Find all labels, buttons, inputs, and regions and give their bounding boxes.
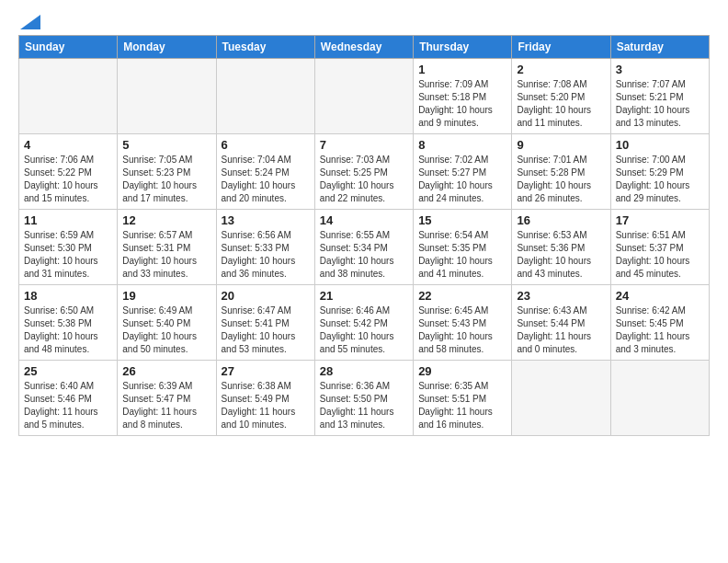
logo — [18, 15, 40, 29]
calendar-cell — [610, 361, 709, 436]
col-header-friday: Friday — [512, 36, 610, 59]
day-info: Sunrise: 6:56 AM Sunset: 5:33 PM Dayligh… — [222, 229, 310, 281]
day-info: Sunrise: 7:09 AM Sunset: 5:18 PM Dayligh… — [418, 78, 506, 130]
day-info: Sunrise: 6:51 AM Sunset: 5:37 PM Dayligh… — [616, 229, 704, 281]
calendar-cell: 8Sunrise: 7:02 AM Sunset: 5:27 PM Daylig… — [414, 134, 512, 210]
calendar-cell: 3Sunrise: 7:07 AM Sunset: 5:21 PM Daylig… — [610, 59, 709, 134]
day-number: 15 — [418, 213, 506, 227]
day-info: Sunrise: 6:45 AM Sunset: 5:43 PM Dayligh… — [418, 304, 506, 356]
day-info: Sunrise: 6:40 AM Sunset: 5:46 PM Dayligh… — [24, 380, 112, 431]
calendar-cell — [512, 361, 610, 436]
day-info: Sunrise: 6:47 AM Sunset: 5:41 PM Dayligh… — [222, 304, 310, 356]
calendar: SundayMondayTuesdayWednesdayThursdayFrid… — [18, 35, 710, 436]
calendar-cell: 18Sunrise: 6:50 AM Sunset: 5:38 PM Dayli… — [19, 285, 118, 361]
day-info: Sunrise: 7:05 AM Sunset: 5:23 PM Dayligh… — [122, 154, 210, 205]
calendar-cell: 23Sunrise: 6:43 AM Sunset: 5:44 PM Dayli… — [512, 285, 610, 361]
day-number: 3 — [616, 63, 704, 76]
day-number: 23 — [517, 289, 605, 303]
day-number: 29 — [418, 364, 506, 378]
calendar-cell: 1Sunrise: 7:09 AM Sunset: 5:18 PM Daylig… — [414, 59, 512, 134]
day-number: 20 — [222, 289, 310, 303]
day-number: 13 — [222, 213, 310, 227]
day-number: 6 — [222, 138, 310, 152]
col-header-monday: Monday — [118, 36, 216, 59]
calendar-cell: 12Sunrise: 6:57 AM Sunset: 5:31 PM Dayli… — [118, 210, 216, 285]
logo-icon — [20, 15, 40, 29]
calendar-cell: 29Sunrise: 6:35 AM Sunset: 5:51 PM Dayli… — [414, 361, 512, 436]
day-info: Sunrise: 6:49 AM Sunset: 5:40 PM Dayligh… — [122, 304, 210, 356]
day-number: 2 — [517, 63, 605, 76]
day-info: Sunrise: 6:59 AM Sunset: 5:30 PM Dayligh… — [24, 229, 112, 281]
calendar-cell — [216, 59, 314, 134]
day-info: Sunrise: 6:54 AM Sunset: 5:35 PM Dayligh… — [418, 229, 506, 281]
calendar-cell: 14Sunrise: 6:55 AM Sunset: 5:34 PM Dayli… — [314, 210, 413, 285]
calendar-cell: 19Sunrise: 6:49 AM Sunset: 5:40 PM Dayli… — [118, 285, 216, 361]
calendar-cell: 15Sunrise: 6:54 AM Sunset: 5:35 PM Dayli… — [414, 210, 512, 285]
col-header-sunday: Sunday — [19, 36, 118, 59]
calendar-cell — [19, 59, 118, 134]
day-info: Sunrise: 6:35 AM Sunset: 5:51 PM Dayligh… — [418, 380, 506, 431]
day-number: 5 — [122, 138, 210, 152]
day-info: Sunrise: 6:57 AM Sunset: 5:31 PM Dayligh… — [122, 229, 210, 281]
week-row-1: 4Sunrise: 7:06 AM Sunset: 5:22 PM Daylig… — [19, 134, 710, 210]
calendar-cell: 20Sunrise: 6:47 AM Sunset: 5:41 PM Dayli… — [216, 285, 314, 361]
calendar-cell: 10Sunrise: 7:00 AM Sunset: 5:29 PM Dayli… — [610, 134, 709, 210]
calendar-cell: 7Sunrise: 7:03 AM Sunset: 5:25 PM Daylig… — [314, 134, 413, 210]
col-header-wednesday: Wednesday — [314, 36, 413, 59]
day-info: Sunrise: 7:04 AM Sunset: 5:24 PM Dayligh… — [222, 154, 310, 205]
calendar-cell — [118, 59, 216, 134]
calendar-cell: 6Sunrise: 7:04 AM Sunset: 5:24 PM Daylig… — [216, 134, 314, 210]
day-number: 16 — [517, 213, 605, 227]
day-number: 26 — [122, 364, 210, 378]
calendar-cell: 2Sunrise: 7:08 AM Sunset: 5:20 PM Daylig… — [512, 59, 610, 134]
day-number: 27 — [222, 364, 310, 378]
week-row-2: 11Sunrise: 6:59 AM Sunset: 5:30 PM Dayli… — [19, 210, 710, 285]
day-number: 17 — [616, 213, 704, 227]
calendar-cell: 28Sunrise: 6:36 AM Sunset: 5:50 PM Dayli… — [314, 361, 413, 436]
week-row-4: 25Sunrise: 6:40 AM Sunset: 5:46 PM Dayli… — [19, 361, 710, 436]
day-number: 14 — [320, 213, 408, 227]
page: SundayMondayTuesdayWednesdayThursdayFrid… — [0, 0, 728, 563]
day-number: 12 — [122, 213, 210, 227]
day-number: 21 — [320, 289, 408, 303]
day-info: Sunrise: 7:08 AM Sunset: 5:20 PM Dayligh… — [517, 78, 605, 130]
day-number: 8 — [418, 138, 506, 152]
day-info: Sunrise: 6:53 AM Sunset: 5:36 PM Dayligh… — [517, 229, 605, 281]
day-info: Sunrise: 7:00 AM Sunset: 5:29 PM Dayligh… — [616, 154, 704, 205]
calendar-cell: 5Sunrise: 7:05 AM Sunset: 5:23 PM Daylig… — [118, 134, 216, 210]
day-number: 10 — [616, 138, 704, 152]
day-number: 24 — [616, 289, 704, 303]
day-info: Sunrise: 7:07 AM Sunset: 5:21 PM Dayligh… — [616, 78, 704, 130]
week-row-3: 18Sunrise: 6:50 AM Sunset: 5:38 PM Dayli… — [19, 285, 710, 361]
header-row: SundayMondayTuesdayWednesdayThursdayFrid… — [19, 36, 710, 59]
day-info: Sunrise: 6:55 AM Sunset: 5:34 PM Dayligh… — [320, 229, 408, 281]
day-number: 1 — [418, 63, 506, 76]
calendar-cell: 21Sunrise: 6:46 AM Sunset: 5:42 PM Dayli… — [314, 285, 413, 361]
day-number: 11 — [24, 213, 112, 227]
calendar-cell: 25Sunrise: 6:40 AM Sunset: 5:46 PM Dayli… — [19, 361, 118, 436]
day-info: Sunrise: 6:50 AM Sunset: 5:38 PM Dayligh… — [24, 304, 112, 356]
col-header-thursday: Thursday — [414, 36, 512, 59]
calendar-cell: 16Sunrise: 6:53 AM Sunset: 5:36 PM Dayli… — [512, 210, 610, 285]
week-row-0: 1Sunrise: 7:09 AM Sunset: 5:18 PM Daylig… — [19, 59, 710, 134]
day-number: 25 — [24, 364, 112, 378]
calendar-cell: 4Sunrise: 7:06 AM Sunset: 5:22 PM Daylig… — [19, 134, 118, 210]
day-number: 7 — [320, 138, 408, 152]
day-info: Sunrise: 7:06 AM Sunset: 5:22 PM Dayligh… — [24, 154, 112, 205]
day-number: 4 — [24, 138, 112, 152]
calendar-cell: 26Sunrise: 6:39 AM Sunset: 5:47 PM Dayli… — [118, 361, 216, 436]
day-number: 19 — [122, 289, 210, 303]
day-info: Sunrise: 6:38 AM Sunset: 5:49 PM Dayligh… — [222, 380, 310, 431]
calendar-cell: 11Sunrise: 6:59 AM Sunset: 5:30 PM Dayli… — [19, 210, 118, 285]
calendar-cell: 24Sunrise: 6:42 AM Sunset: 5:45 PM Dayli… — [610, 285, 709, 361]
calendar-cell: 22Sunrise: 6:45 AM Sunset: 5:43 PM Dayli… — [414, 285, 512, 361]
calendar-cell: 17Sunrise: 6:51 AM Sunset: 5:37 PM Dayli… — [610, 210, 709, 285]
calendar-cell: 27Sunrise: 6:38 AM Sunset: 5:49 PM Dayli… — [216, 361, 314, 436]
calendar-cell: 9Sunrise: 7:01 AM Sunset: 5:28 PM Daylig… — [512, 134, 610, 210]
col-header-tuesday: Tuesday — [216, 36, 314, 59]
day-info: Sunrise: 6:39 AM Sunset: 5:47 PM Dayligh… — [122, 380, 210, 431]
header — [18, 15, 710, 29]
day-info: Sunrise: 7:03 AM Sunset: 5:25 PM Dayligh… — [320, 154, 408, 205]
day-info: Sunrise: 6:42 AM Sunset: 5:45 PM Dayligh… — [616, 304, 704, 356]
calendar-cell: 13Sunrise: 6:56 AM Sunset: 5:33 PM Dayli… — [216, 210, 314, 285]
